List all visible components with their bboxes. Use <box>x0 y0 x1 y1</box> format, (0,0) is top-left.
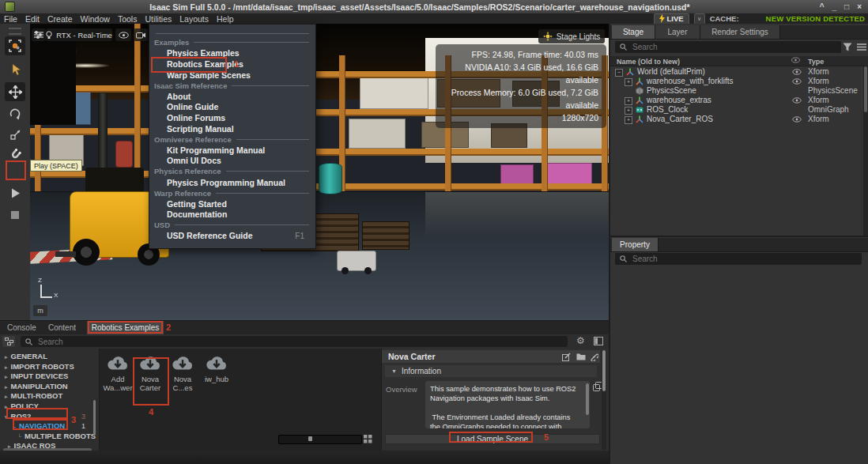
category-tree-icon[interactable] <box>2 336 15 347</box>
category-import-robots[interactable]: ▸IMPORT ROBOTS <box>0 362 99 372</box>
stage-search[interactable] <box>615 41 841 53</box>
browser-search[interactable] <box>21 336 568 347</box>
menu-file[interactable]: File <box>0 14 21 24</box>
stage-row-nova-carter-ros[interactable]: + Nova_Carter_ROS Xform <box>610 115 862 124</box>
detail-scrollbar[interactable] <box>602 350 606 450</box>
overview-scrollbar[interactable] <box>586 383 589 415</box>
tab-render-settings[interactable]: Render Settings <box>700 25 780 39</box>
stage-row-ros-clock[interactable]: + ROS_Clock OmniGraph <box>610 105 862 115</box>
stage-scrollbar[interactable] <box>863 66 868 236</box>
menu-item-usd-reference-guide[interactable]: USD Reference Guide F1 <box>149 231 315 242</box>
toolbar-drag-handle[interactable] <box>9 28 21 35</box>
expand-icon[interactable]: + <box>625 78 632 86</box>
stage-row-warehouse-extras[interactable]: + warehouse_extras Xform <box>610 96 862 105</box>
expand-icon[interactable]: + <box>625 116 632 124</box>
expand-icon[interactable]: + <box>625 107 632 115</box>
settings-gear-icon[interactable]: ⚙ <box>576 335 585 346</box>
information-section-header[interactable]: ▼ Information <box>385 365 597 377</box>
selection-tool-icon[interactable] <box>5 36 25 55</box>
visibility-eye-icon[interactable] <box>792 97 802 104</box>
card-nova-carter-es[interactable]: NovaC...es <box>166 355 199 392</box>
maximize-button[interactable]: □ <box>844 2 849 11</box>
stage-row-physicsscene[interactable]: PhysicsScene PhysicsScene <box>610 86 862 96</box>
menu-help[interactable]: Help <box>213 14 238 24</box>
move-tool-icon[interactable] <box>5 82 25 101</box>
rotate-tool-icon[interactable] <box>5 104 25 123</box>
tab-property[interactable]: Property <box>612 238 659 251</box>
menu-item-kit-programming-manual[interactable]: Kit Programming Manual <box>149 145 315 156</box>
stage-row-warehouse-with-forklifts[interactable]: + warehouse_with_forklifts Xform <box>610 77 862 86</box>
renderer-selector[interactable]: RTX - Real-Time <box>46 28 112 41</box>
menu-create[interactable]: Create <box>43 14 77 24</box>
category-multi-robot[interactable]: ▸MULTI-ROBOT <box>0 391 99 401</box>
viewport-settings-icon[interactable] <box>32 28 46 41</box>
minimize-button[interactable]: _ <box>832 2 837 11</box>
menu-item-getting-started[interactable]: Getting Started <box>149 198 315 209</box>
tab-robotics-examples[interactable]: Robotics Examples <box>87 321 164 334</box>
cursor-tool-icon[interactable] <box>5 60 25 79</box>
restore-button[interactable]: ^ <box>820 2 825 11</box>
tab-stage[interactable]: Stage <box>612 25 655 39</box>
menu-tools[interactable]: Tools <box>114 14 142 24</box>
scale-tool-icon[interactable] <box>5 125 25 144</box>
stage-row-world[interactable]: − World (defaultPrim) Xform <box>610 67 862 77</box>
category-general[interactable]: ▸GENERAL <box>0 352 99 361</box>
stage-column-header[interactable]: Name (Old to New) Type <box>610 56 868 66</box>
filter-icon[interactable] <box>843 43 852 51</box>
property-search-input[interactable] <box>631 254 857 264</box>
visibility-eye-icon[interactable] <box>792 116 802 123</box>
visibility-eye-icon[interactable] <box>792 69 802 75</box>
axis-gizmo[interactable]: Z X <box>35 278 58 302</box>
panel-layout-icon[interactable] <box>594 337 603 345</box>
category-scrollbar[interactable] <box>93 400 96 435</box>
folder-icon[interactable] <box>576 353 586 360</box>
card-add-warehouse[interactable]: AddWa...wer <box>101 355 134 392</box>
menu-item-scripting-manual[interactable]: Scripting Manual <box>149 123 315 134</box>
expand-icon[interactable]: + <box>625 97 632 105</box>
menu-utilities[interactable]: Utilities <box>141 14 175 24</box>
menu-item-omni-ui-docs[interactable]: Omni UI Docs <box>149 156 315 167</box>
tab-console[interactable]: Console <box>7 321 36 334</box>
card-size-slider[interactable] <box>278 435 362 444</box>
stop-button[interactable] <box>5 206 25 224</box>
tab-layer[interactable]: Layer <box>655 25 700 39</box>
visibility-menu-icon[interactable] <box>115 28 131 41</box>
category-input-devices[interactable]: ▸INPUT DEVICES <box>0 372 99 381</box>
stage-lights-button[interactable]: Stage Lights <box>538 29 605 43</box>
collapse-icon[interactable]: − <box>615 69 623 77</box>
menu-item-online-guide[interactable]: Online Guide <box>149 102 315 113</box>
category-manipulation[interactable]: ▸MANIPULATION <box>0 382 99 391</box>
card-nova-carter[interactable]: NovaCarter <box>134 355 167 392</box>
property-search[interactable] <box>615 253 862 265</box>
category-multiple-robots[interactable]: └MULTIPLE ROBOTS <box>0 432 99 441</box>
options-menu-icon[interactable] <box>857 43 866 51</box>
edit-icon[interactable] <box>562 353 571 361</box>
visibility-eye-icon[interactable] <box>792 78 802 85</box>
live-dropdown-chevron[interactable]: ∨ <box>694 13 705 25</box>
menu-item-robotics-examples[interactable]: Robotics Examples <box>149 58 315 70</box>
category-policy[interactable]: ▸POLICY <box>0 402 99 411</box>
snap-tool-icon[interactable] <box>5 145 25 164</box>
units-indicator[interactable]: m <box>33 305 47 316</box>
tab-content[interactable]: Content <box>48 321 76 334</box>
menu-item-documentation[interactable]: Documentation <box>149 209 315 221</box>
play-button[interactable] <box>5 183 25 202</box>
camera-menu-icon[interactable] <box>134 28 148 41</box>
menu-item-physics-examples[interactable]: Physics Examples <box>149 48 315 59</box>
menu-window[interactable]: Window <box>77 14 114 24</box>
menu-layouts[interactable]: Layouts <box>175 14 213 24</box>
menu-edit[interactable]: Edit <box>21 14 43 24</box>
menu-item-about[interactable]: About <box>149 91 315 102</box>
link-icon[interactable] <box>590 353 598 361</box>
menu-item-warp-sample-scenes[interactable]: Warp Sample Scenes <box>149 70 315 81</box>
grid-view-icon[interactable] <box>364 435 372 443</box>
card-iw-hub[interactable]: iw_hub <box>200 355 233 383</box>
viewport[interactable]: RTX - Real-Time Stage Lights FPS: 24.98,… <box>30 24 609 320</box>
panel-splitter[interactable] <box>610 236 868 237</box>
browser-search-input[interactable] <box>36 337 563 347</box>
stage-search-input[interactable] <box>631 42 836 52</box>
menu-item-physics-programming-manual[interactable]: Physics Programming Manual <box>149 177 315 188</box>
close-button[interactable]: × <box>857 2 862 11</box>
menu-item-online-forums[interactable]: Online Forums <box>149 112 315 123</box>
load-sample-scene-button[interactable]: Load Sample Scene <box>385 434 600 444</box>
